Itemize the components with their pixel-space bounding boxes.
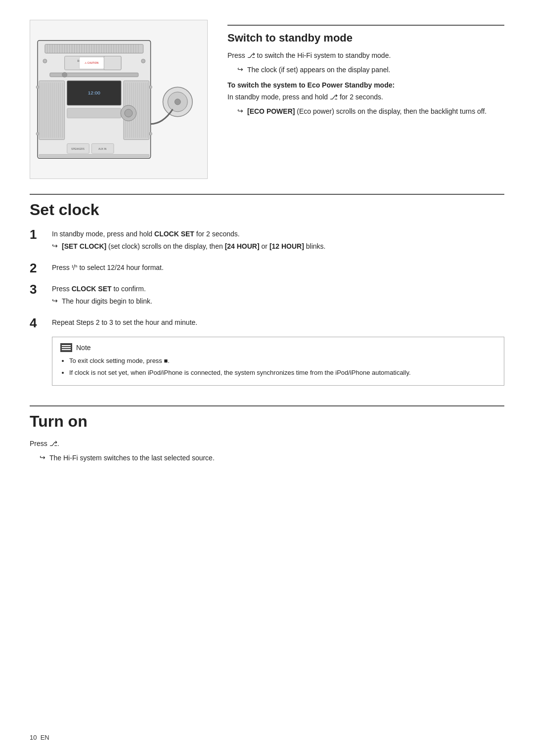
turn-on-section: Turn on Press ⎇. ↪ The Hi-Fi system swit… (30, 405, 504, 466)
standby-arrow2-rest: (Eco power) scrolls on the display, then… (295, 107, 487, 115)
turn-on-arrow-text: The Hi-Fi system switches to the last se… (49, 453, 215, 463)
page-lang: EN (41, 734, 49, 741)
svg-point-91 (149, 86, 152, 89)
svg-point-46 (43, 59, 47, 63)
device-diagram: Designed and developed by Philips, Irela… (35, 25, 202, 174)
step-1-arrow1: ↪ [SET CLOCK] (set clock) scrolls on the… (52, 241, 504, 252)
step-1-text: In standby mode, press and hold CLOCK SE… (52, 229, 504, 239)
step-4-text: Repeat Steps 2 to 3 to set the hour and … (52, 317, 504, 328)
step-2-number: 2 (30, 261, 52, 276)
step-3-arrow: ↪ The hour digits begin to blink. (52, 296, 504, 307)
step3-arrow-icon: ↪ (52, 297, 58, 305)
standby-sub-heading: To switch the system to Eco Power Standb… (227, 81, 504, 89)
footer: 10 EN (30, 734, 49, 741)
svg-point-90 (36, 133, 39, 135)
svg-point-49 (62, 72, 67, 77)
page: Designed and developed by Philips, Irela… (0, 0, 534, 511)
svg-point-89 (36, 86, 39, 89)
note-box: Note To exit clock setting mode, press ■… (52, 337, 504, 386)
step-1-arrow1-text: [SET CLOCK] (set clock) scrolls on the d… (62, 241, 325, 252)
turn-on-divider (30, 405, 504, 406)
standby-sub-intro: In standby mode, press and hold ⎇ for 2 … (227, 92, 504, 102)
step-1-number: 1 (30, 227, 52, 242)
note-label: Note (76, 344, 91, 352)
note-icon (60, 343, 72, 352)
step-3-text: Press CLOCK SET to confirm. (52, 284, 504, 294)
standby-title: Switch to standby mode (227, 32, 504, 44)
step-1: 1 In standby mode, press and hold CLOCK … (30, 227, 504, 255)
svg-text:12:00: 12:00 (88, 90, 100, 95)
svg-text:SPEAKERS: SPEAKERS (71, 148, 85, 150)
eco-power-bracket: [ECO POWER] (247, 107, 295, 115)
set-clock-title: Set clock (30, 201, 504, 219)
step-1-content: In standby mode, press and hold CLOCK SE… (52, 227, 504, 255)
turn-on-title: Turn on (30, 412, 504, 431)
standby-intro: Press ⎇ to switch the Hi-Fi system to st… (227, 50, 504, 61)
arrow-icon-1: ↪ (237, 65, 243, 73)
step1-arrow-icon: ↪ (52, 242, 58, 250)
svg-point-47 (141, 59, 145, 63)
standby-arrow2: ↪ [ECO POWER] (Eco power) scrolls on the… (227, 106, 504, 117)
steps-list: 1 In standby mode, press and hold CLOCK … (30, 227, 504, 331)
svg-rect-85 (39, 154, 149, 157)
svg-point-80 (125, 109, 133, 117)
page-number: 10 (30, 734, 37, 741)
turn-on-arrow-icon: ↪ (40, 453, 45, 461)
standby-divider (227, 25, 504, 26)
step-2: 2 Press ᑊ/ᑋ to select 12/24 hour format. (30, 261, 504, 276)
step-3-number: 3 (30, 282, 52, 297)
arrow-icon-2: ↪ (237, 107, 243, 115)
standby-section: Switch to standby mode Press ⎇ to switch… (227, 20, 504, 179)
step-3-content: Press CLOCK SET to confirm. ↪ The hour d… (52, 282, 504, 310)
note-item-1: To exit clock setting mode, press ■. (69, 356, 496, 366)
svg-text:⚠ CAUTION: ⚠ CAUTION (85, 62, 98, 64)
top-section: Designed and developed by Philips, Irela… (30, 20, 504, 179)
set-clock-divider (30, 194, 504, 195)
standby-arrow2-text: [ECO POWER] (Eco power) scrolls on the d… (247, 106, 487, 117)
turn-on-intro: Press ⎇. (30, 439, 504, 449)
standby-arrow1: ↪ The clock (if set) appears on the disp… (227, 65, 504, 75)
step-2-content: Press ᑊ/ᑋ to select 12/24 hour format. (52, 261, 504, 273)
standby-arrow1-text: The clock (if set) appears on the displa… (247, 65, 391, 75)
svg-rect-43 (104, 56, 121, 70)
note-list: To exit clock setting mode, press ■. If … (60, 356, 496, 377)
turn-on-arrow: ↪ The Hi-Fi system switches to the last … (30, 453, 504, 463)
note-item-2: If clock is not set yet, when iPod/iPhon… (69, 368, 496, 378)
svg-point-88 (175, 99, 180, 105)
step-4-number: 4 (30, 315, 52, 331)
step-2-text: Press ᑊ/ᑋ to select 12/24 hour format. (52, 263, 504, 273)
svg-point-92 (149, 133, 152, 135)
step-3-arrow-text: The hour digits begin to blink. (62, 296, 152, 307)
step-4: 4 Repeat Steps 2 to 3 to set the hour an… (30, 315, 504, 331)
note-header: Note (60, 343, 496, 352)
step-3: 3 Press CLOCK SET to confirm. ↪ The hour… (30, 282, 504, 310)
device-image: Designed and developed by Philips, Irela… (30, 20, 208, 179)
svg-text:AUX IN: AUX IN (98, 148, 107, 150)
step-4-content: Repeat Steps 2 to 3 to set the hour and … (52, 315, 504, 328)
svg-rect-78 (67, 108, 121, 118)
set-clock-section: Set clock 1 In standby mode, press and h… (30, 194, 504, 386)
